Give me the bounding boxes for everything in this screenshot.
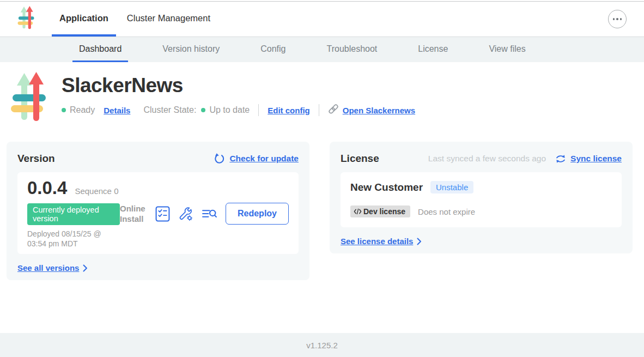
edit-config-link[interactable]: Edit config: [268, 106, 310, 115]
currently-deployed-badge: Currently deployed version: [27, 203, 120, 225]
customer-name: New Customer: [350, 181, 423, 193]
app-status-row: Ready Details Cluster State: Up to date …: [62, 104, 415, 117]
tab-license[interactable]: License: [411, 37, 454, 62]
slackernews-arrows-icon: [11, 72, 47, 123]
last-synced-text: Last synced a few seconds ago: [428, 154, 546, 164]
version-sequence: Sequence 0: [75, 186, 118, 196]
refresh-icon: [214, 153, 225, 165]
console-version: v1.125.2: [306, 341, 338, 350]
tab-config[interactable]: Config: [254, 37, 292, 62]
tab-dashboard[interactable]: Dashboard: [72, 37, 128, 62]
app-footer: v1.125.2: [0, 333, 644, 357]
cluster-state-dot: [201, 108, 205, 112]
top-navigation: Application Cluster Management: [0, 2, 644, 37]
license-expiry: Does not expire: [418, 207, 475, 216]
tab-version-history[interactable]: Version history: [156, 37, 226, 62]
code-icon: [354, 208, 362, 215]
tab-view-files[interactable]: View files: [482, 37, 532, 62]
license-card: License Last synced a few seconds ago: [330, 142, 633, 253]
app-sub-navigation: Dashboard Version history Config Trouble…: [0, 37, 644, 62]
slackernews-arrows-icon: [17, 6, 35, 32]
license-type-text: Dev license: [363, 207, 405, 216]
channel-badge: Unstable: [430, 181, 473, 193]
dashboard-main: SlackerNews Ready Details Cluster State:…: [0, 62, 644, 333]
config-wrench-icon[interactable]: [178, 206, 193, 221]
app-logo-small[interactable]: [17, 2, 35, 37]
version-number: 0.0.4: [27, 179, 67, 197]
see-license-details-text: See license details: [341, 237, 413, 246]
see-all-versions-link[interactable]: See all versions: [17, 263, 299, 273]
overflow-menu-button[interactable]: [608, 10, 627, 28]
chevron-right-icon: [417, 238, 422, 245]
chevron-right-icon: [83, 264, 88, 272]
redeploy-button[interactable]: Redeploy: [226, 203, 289, 225]
license-details-panel: New Customer Unstable Dev license: [341, 172, 622, 227]
see-license-details-link[interactable]: See license details: [341, 237, 622, 246]
sync-arrows-icon: [555, 154, 566, 164]
sync-license-link[interactable]: Sync license: [555, 154, 622, 164]
tab-troubleshoot[interactable]: Troubleshoot: [320, 37, 384, 62]
sync-license-text: Sync license: [570, 154, 622, 164]
check-for-update-link[interactable]: Check for update: [214, 153, 299, 165]
app-header: SlackerNews Ready Details Cluster State:…: [0, 72, 644, 125]
deploy-logs-icon[interactable]: [202, 208, 217, 220]
page-title: SlackerNews: [62, 74, 415, 97]
app-logo-large: [11, 72, 47, 125]
divider: [319, 104, 319, 116]
version-card-title: Version: [17, 153, 55, 165]
see-all-versions-text: See all versions: [17, 263, 79, 273]
install-type-label: Online Install: [120, 203, 147, 225]
divider: [258, 104, 259, 116]
link-icon: [328, 104, 339, 117]
topnav-tab-cluster-management[interactable]: Cluster Management: [119, 2, 218, 37]
deployed-timestamp: Deployed 08/15/25 @ 03:54 pm MDT: [27, 229, 120, 249]
open-app-link[interactable]: Open Slackernews: [328, 104, 415, 117]
open-app-link-text: Open Slackernews: [343, 106, 415, 115]
app-status-dot: [62, 108, 66, 112]
check-for-update-text: Check for update: [229, 154, 299, 164]
current-version-panel: 0.0.4 Sequence 0 Currently deployed vers…: [17, 172, 299, 254]
topnav-tab-application[interactable]: Application: [52, 2, 116, 37]
app-status-text: Ready: [70, 105, 95, 115]
cluster-state-value: Up to date: [209, 105, 250, 115]
ellipsis-menu-icon: [613, 18, 622, 20]
license-card-title: License: [341, 153, 379, 165]
version-card: Version Check for update: [7, 142, 309, 280]
license-type-badge: Dev license: [350, 205, 410, 217]
preflight-checks-icon[interactable]: [155, 206, 170, 222]
status-details-link[interactable]: Details: [104, 106, 130, 115]
cluster-state-label: Cluster State:: [143, 105, 196, 115]
